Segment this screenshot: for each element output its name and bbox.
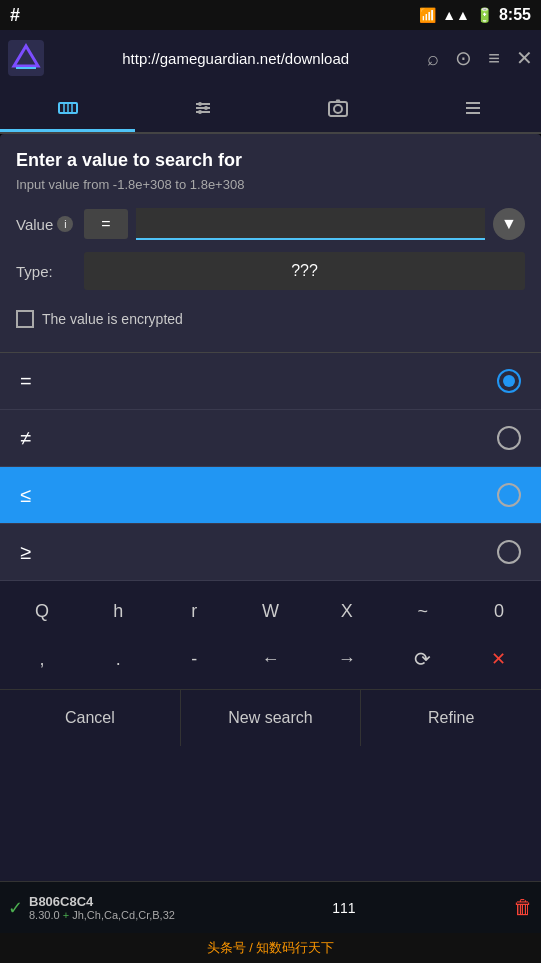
cancel-button[interactable]: Cancel	[0, 690, 181, 746]
key-comma[interactable]: ,	[4, 637, 80, 681]
search-icon[interactable]: ⌕	[427, 47, 439, 70]
watermark: 头条号 / 知数码行天下	[0, 933, 541, 963]
type-row: Type: ???	[16, 252, 525, 290]
signal-icon: ▲▲	[442, 7, 470, 23]
key-history[interactable]: ⟳	[385, 637, 461, 681]
address-info: B806C8C4 8.30.0 + Jh,Ch,Ca,Cd,Cr,B,32	[29, 894, 175, 921]
lessequal-radio[interactable]	[497, 483, 521, 507]
notequal-radio[interactable]	[497, 426, 521, 450]
key-minus[interactable]: -	[156, 637, 232, 681]
encrypted-row: The value is encrypted	[16, 302, 525, 336]
tab-list[interactable]	[406, 86, 541, 132]
battery-icon: 🔋	[476, 7, 493, 23]
key-W[interactable]: W	[232, 589, 308, 633]
operator-greaterequal[interactable]: ≥	[0, 524, 541, 581]
notification-hashtag: #	[10, 5, 20, 26]
address-detail: 8.30.0 + Jh,Ch,Ca,Cd,Cr,B,32	[29, 909, 175, 921]
tab-settings[interactable]	[135, 86, 270, 132]
camera-icon[interactable]: ⊙	[455, 46, 472, 70]
watermark-text: 头条号 / 知数码行天下	[207, 939, 335, 957]
type-selector[interactable]: ???	[84, 252, 525, 290]
equal-symbol: =	[20, 370, 32, 393]
close-icon[interactable]: ✕	[516, 46, 533, 70]
value-label-text: Value	[16, 216, 53, 233]
operator-list: = ≠ ≤ ≥	[0, 352, 541, 581]
operator-notequal[interactable]: ≠	[0, 410, 541, 467]
lessequal-symbol: ≤	[20, 484, 31, 507]
key-0[interactable]: 0	[461, 589, 537, 633]
app-logo	[8, 40, 44, 76]
value-display: 111	[181, 900, 507, 916]
keyboard-row-1: Q h r W X ~ 0	[4, 589, 537, 633]
action-bar: Cancel New search Refine	[0, 689, 541, 746]
operator-lessequal[interactable]: ≤	[0, 467, 541, 524]
search-dialog: Enter a value to search for Input value …	[0, 134, 541, 352]
greaterequal-radio[interactable]	[497, 540, 521, 564]
key-right-arrow[interactable]: →	[309, 637, 385, 681]
search-modal: Enter a value to search for Input value …	[0, 134, 541, 746]
keyboard: Q h r W X ~ 0 , . - ← → ⟳ ✕	[0, 581, 541, 689]
new-search-button[interactable]: New search	[181, 690, 362, 746]
menu-icon[interactable]: ≡	[488, 47, 500, 70]
key-Q[interactable]: Q	[4, 589, 80, 633]
keyboard-row-2: , . - ← → ⟳ ✕	[4, 637, 537, 681]
check-icon: ✓	[8, 897, 23, 919]
bottom-bar: ✓ B806C8C4 8.30.0 + Jh,Ch,Ca,Cd,Cr,B,32 …	[0, 881, 541, 933]
dropdown-button[interactable]: ▼	[493, 208, 525, 240]
operator-button[interactable]: =	[84, 209, 128, 239]
svg-point-9	[198, 102, 202, 106]
tab-camera[interactable]	[271, 86, 406, 132]
notequal-symbol: ≠	[20, 427, 31, 450]
address-text: B806C8C4	[29, 894, 175, 909]
info-icon[interactable]: i	[57, 216, 73, 232]
wifi-icon: 📶	[419, 7, 436, 23]
encrypted-checkbox[interactable]	[16, 310, 34, 328]
plus-sign: +	[63, 909, 69, 921]
clock: 8:55	[499, 6, 531, 24]
key-tilde[interactable]: ~	[385, 589, 461, 633]
svg-point-10	[204, 106, 208, 110]
svg-point-13	[334, 105, 342, 113]
app-url-text: http://gameguardian.net/download	[52, 50, 419, 67]
dropdown-arrow-icon: ▼	[493, 208, 525, 240]
equal-radio[interactable]	[497, 369, 521, 393]
dialog-subtitle: Input value from -1.8e+308 to 1.8e+308	[16, 177, 525, 192]
key-left-arrow[interactable]: ←	[232, 637, 308, 681]
equal-radio-inner	[503, 375, 515, 387]
key-h[interactable]: h	[80, 589, 156, 633]
tab-memory[interactable]	[0, 86, 135, 132]
delete-icon[interactable]: 🗑	[513, 896, 533, 919]
status-bar-left: #	[10, 5, 20, 26]
key-r[interactable]: r	[156, 589, 232, 633]
encrypted-label: The value is encrypted	[42, 311, 183, 327]
value-input[interactable]	[136, 208, 485, 240]
status-bar: # 📶 ▲▲ 🔋 8:55	[0, 0, 541, 30]
app-bar-icons: ⌕ ⊙ ≡ ✕	[427, 46, 533, 70]
refine-button[interactable]: Refine	[361, 690, 541, 746]
greaterequal-symbol: ≥	[20, 541, 31, 564]
tab-bar	[0, 86, 541, 134]
key-period[interactable]: .	[80, 637, 156, 681]
type-label: Type:	[16, 263, 76, 280]
value-label: Value i	[16, 216, 76, 233]
status-bar-right: 📶 ▲▲ 🔋 8:55	[419, 6, 531, 24]
svg-point-11	[198, 110, 202, 114]
key-backspace[interactable]: ✕	[461, 637, 537, 681]
app-bar: http://gameguardian.net/download ⌕ ⊙ ≡ ✕	[0, 30, 541, 86]
dialog-title: Enter a value to search for	[16, 150, 525, 171]
key-X[interactable]: X	[309, 589, 385, 633]
operator-equal[interactable]: =	[0, 353, 541, 410]
value-row: Value i = ▼	[16, 208, 525, 240]
